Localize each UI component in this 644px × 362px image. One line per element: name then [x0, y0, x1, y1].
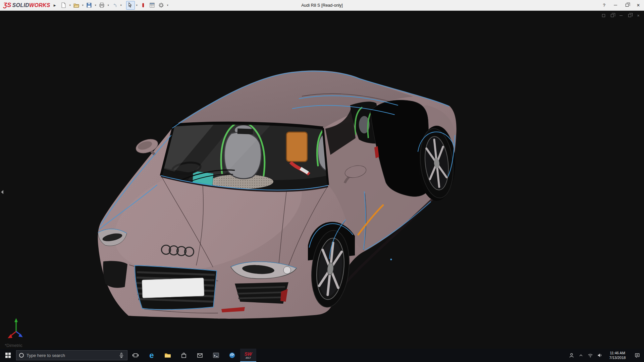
save-caret[interactable]: ▾ — [94, 4, 97, 7]
open-button[interactable] — [72, 1, 81, 10]
wifi-icon — [587, 352, 593, 358]
minimize-button[interactable] — [610, 0, 621, 10]
taskbar: e — [0, 349, 644, 362]
tray-time: 11:46 AM — [610, 351, 625, 355]
microphone-icon[interactable] — [118, 352, 124, 358]
file-explorer-button[interactable] — [160, 349, 176, 362]
solidworks-tool-button[interactable] — [224, 349, 240, 362]
undo-icon — [112, 2, 117, 8]
tray-date: 7/13/2018 — [609, 355, 626, 360]
task-view-icon — [132, 352, 139, 359]
new-document-button[interactable] — [59, 1, 68, 10]
solidworks-2017-icon: SW 2017 — [245, 352, 252, 359]
search-input[interactable] — [26, 353, 116, 358]
system-tray: 11:46 AM 7/13/2018 — [567, 349, 644, 362]
start-button[interactable] — [0, 349, 16, 362]
doc-close-icon[interactable]: × — [635, 13, 641, 18]
gear-icon — [158, 2, 164, 8]
action-center-button[interactable] — [631, 349, 644, 362]
help-button[interactable]: ? — [598, 0, 610, 10]
taskbar-clock[interactable]: 11:46 AM 7/13/2018 — [604, 349, 631, 362]
red-tool-button[interactable] — [139, 1, 148, 10]
doc-restore-icon[interactable] — [627, 13, 633, 18]
3ds-logo-icon: ƷS — [3, 2, 11, 9]
undo-button[interactable] — [110, 1, 119, 10]
edge-icon: e — [149, 351, 154, 359]
file-explorer-icon — [164, 352, 171, 359]
close-button[interactable]: × — [633, 0, 644, 10]
window-title: Audi R8 S [Read-only] — [301, 3, 343, 8]
table-icon — [149, 2, 155, 8]
print-icon — [99, 2, 105, 8]
document-window-controls: × — [600, 13, 641, 18]
save-button[interactable] — [85, 1, 94, 10]
windows-logo-icon — [5, 353, 11, 358]
action-center-icon — [634, 352, 640, 358]
titlebar: ƷS SOLID WORKS ▶ ▾ ▾ — [0, 0, 644, 11]
cortana-icon — [19, 353, 24, 358]
mail-icon — [197, 352, 203, 359]
collapse-panel-arrow[interactable] — [0, 188, 4, 196]
tray-overflow-button[interactable] — [576, 349, 586, 362]
store-button[interactable] — [176, 349, 192, 362]
solidworks-window: ƷS SOLID WORKS ▶ ▾ ▾ — [0, 0, 644, 362]
options-caret[interactable]: ▾ — [166, 4, 169, 7]
doc-new-window-icon[interactable] — [600, 13, 606, 18]
select-caret[interactable]: ▾ — [135, 4, 139, 7]
people-button[interactable] — [567, 349, 576, 362]
task-view-button[interactable] — [127, 349, 144, 362]
window-controls: ? × — [598, 0, 644, 10]
solidworks-logo: ƷS SOLID WORKS — [0, 2, 52, 9]
taskbar-search[interactable] — [16, 350, 127, 360]
menu-flyout-arrow[interactable]: ▶ — [52, 4, 59, 7]
console-icon — [212, 352, 220, 359]
open-folder-icon — [73, 2, 79, 8]
doc-cascade-icon[interactable] — [609, 13, 615, 18]
new-document-icon — [61, 2, 66, 8]
doc-minimize-icon[interactable] — [618, 13, 624, 18]
select-tool-button[interactable] — [126, 1, 135, 10]
new-caret[interactable]: ▾ — [68, 4, 72, 7]
standard-toolbar: ▾ ▾ ▾ — [59, 1, 169, 10]
person-icon — [569, 352, 575, 358]
volume-button[interactable] — [595, 349, 604, 362]
solidworks-tool-icon — [228, 352, 236, 359]
3d-viewport[interactable]: × — [0, 11, 644, 349]
network-button[interactable] — [586, 349, 595, 362]
options-button[interactable] — [157, 1, 166, 10]
console-button[interactable] — [208, 349, 224, 362]
print-button[interactable] — [98, 1, 106, 10]
view-orientation-label: *Dimetric — [5, 343, 22, 348]
car-model[interactable] — [0, 11, 644, 349]
save-floppy-icon — [86, 2, 92, 8]
brand-solid: SOLID — [12, 2, 29, 8]
open-caret[interactable]: ▾ — [81, 4, 85, 7]
table-button[interactable] — [148, 1, 157, 10]
chevron-up-icon — [578, 353, 584, 358]
edge-button[interactable]: e — [144, 349, 160, 362]
mail-button[interactable] — [192, 349, 208, 362]
speaker-icon — [597, 352, 603, 358]
restore-button[interactable] — [621, 0, 633, 10]
brand-works: WORKS — [29, 2, 50, 8]
solidworks-2017-button[interactable]: SW 2017 — [240, 349, 256, 362]
undo-caret[interactable]: ▾ — [119, 4, 123, 7]
print-caret[interactable]: ▾ — [107, 4, 110, 7]
store-bag-icon — [180, 352, 187, 359]
red-tool-icon — [140, 2, 146, 8]
orientation-triad — [6, 316, 30, 340]
select-cursor-icon — [127, 2, 133, 8]
